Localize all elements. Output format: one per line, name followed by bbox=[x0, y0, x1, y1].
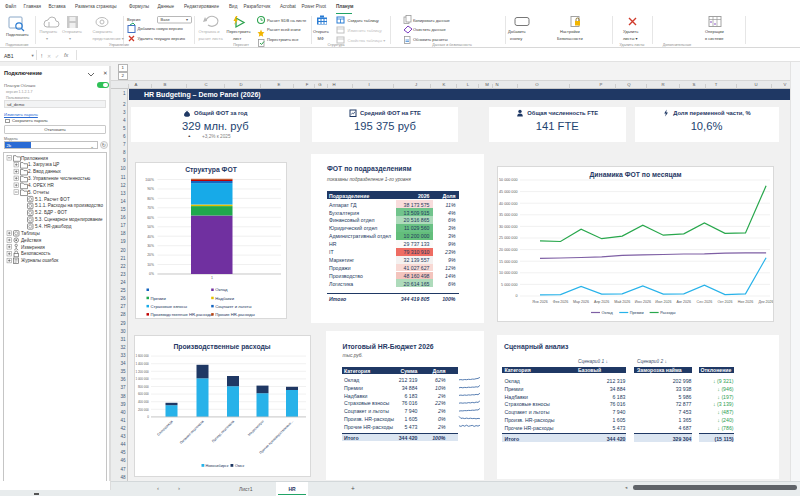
svg-text:3. Управление численностью: 3. Управление численностью bbox=[28, 176, 91, 181]
svg-text:Журналы ошибок: Журналы ошибок bbox=[21, 258, 59, 263]
svg-text:5.1.1. Расходы на производство: 5.1.1. Расходы на производство bbox=[35, 203, 103, 208]
svg-text:5.1. Расчет ФОТ: 5.1. Расчет ФОТ bbox=[35, 197, 70, 202]
svg-text:5.3. Сценарное моделирование: 5.3. Сценарное моделирование bbox=[35, 217, 103, 222]
svg-text:5.2. БДР - ФОТ: 5.2. БДР - ФОТ bbox=[35, 210, 67, 215]
svg-text:Таблицы: Таблицы bbox=[21, 231, 40, 236]
svg-text:2. Ввод данных: 2. Ввод данных bbox=[28, 169, 62, 174]
svg-text:Измерения: Измерения bbox=[21, 245, 45, 250]
svg-text:4. OPEX HR: 4. OPEX HR bbox=[28, 183, 54, 188]
svg-text:Действия: Действия bbox=[21, 237, 42, 243]
svg-text:5.4. HR-дашборд: 5.4. HR-дашборд bbox=[35, 224, 72, 229]
svg-text:5. Отчеты: 5. Отчеты bbox=[28, 190, 49, 195]
svg-text:Приложения: Приложения bbox=[21, 156, 48, 161]
svg-text:1. Загрузка ЦР: 1. Загрузка ЦР bbox=[28, 162, 59, 167]
svg-text:Безопасность: Безопасность bbox=[21, 251, 51, 256]
